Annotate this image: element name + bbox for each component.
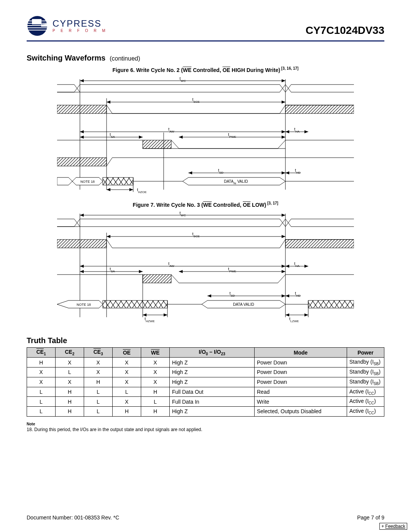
svg-rect-101 [308,300,354,308]
svg-marker-58 [107,188,110,191]
svg-marker-52 [282,171,285,174]
figure7-caption: Figure 7. Write Cycle No. 3 (WE Controll… [27,201,384,208]
svg-marker-103 [207,294,211,297]
svg-text:DATA VALID: DATA VALID [233,302,254,307]
truth-table-header-row: CE1 CE2 CE3 OE WE I/O0 – I/O23 Mode Powe… [27,348,384,358]
svg-rect-46 [103,177,133,185]
svg-rect-5 [28,30,47,30]
svg-rect-71 [57,240,107,248]
section-switching-waveforms: Switching Waveforms (continued) [27,54,384,62]
svg-text:tHA: tHA [294,127,300,133]
svg-marker-36 [139,136,143,139]
feedback-button[interactable]: + Feedback [379,523,407,530]
section-truth-table: Truth Table [27,336,384,345]
svg-marker-26 [282,130,285,133]
svg-marker-51 [188,171,192,174]
svg-marker-83 [304,265,308,268]
svg-marker-22 [282,101,285,104]
note-heading: Note [27,422,384,426]
globe-icon [27,15,50,37]
svg-marker-92 [179,270,183,273]
svg-marker-110 [143,313,147,316]
svg-text:NOTE 18: NOTE 18 [76,303,91,307]
svg-text:tAW: tAW [168,127,174,133]
svg-text:tLZWE: tLZWE [289,316,299,323]
figure7-diagram: ADDRESS tWC CE tSCE tAW tHA [57,210,354,324]
svg-rect-43 [57,158,107,166]
svg-marker-14 [80,79,84,82]
svg-text:tHZOE: tHZOE [137,187,147,194]
svg-marker-35 [80,136,84,139]
svg-marker-104 [282,294,285,297]
table-row: LHLXLFull Data InWriteActive (ICC) [27,397,384,407]
svg-rect-97 [103,300,167,308]
feedback-label: Feedback [385,524,405,529]
svg-text:tAW: tAW [168,261,174,268]
svg-rect-33 [143,140,171,149]
svg-marker-29 [285,130,289,133]
svg-marker-111 [164,313,167,316]
svg-rect-18 [57,105,107,113]
truth-table: CE1 CE2 CE3 OE WE I/O0 – I/O23 Mode Powe… [27,347,384,417]
svg-text:tSCE: tSCE [192,97,200,104]
figure6-diagram: ADDRESS tWC CE [57,75,354,197]
table-row: LHLHHHigh ZSelected, Outputs DisabledAct… [27,407,384,417]
svg-marker-117 [304,313,308,316]
svg-marker-78 [80,265,84,268]
svg-marker-116 [285,313,289,316]
svg-text:tHZWE: tHZWE [145,316,155,323]
table-row: HXXXXHigh ZPower DownStandby (ISB) [27,358,384,367]
svg-marker-40 [282,136,285,139]
svg-text:tWC: tWC [180,76,186,83]
cypress-logo: CYPRESS P E R F O R M [27,15,108,37]
svg-text:tPWE: tPWE [228,132,236,139]
svg-marker-67 [80,214,84,217]
svg-text:tHD: tHD [295,291,301,297]
part-number: CY7C1024DV33 [306,24,384,37]
svg-rect-6 [32,19,41,24]
svg-marker-79 [282,265,285,268]
svg-rect-3 [27,27,48,28]
brand-tagline: P E R F O R M [53,29,108,33]
brand-word: CYPRESS [53,19,108,28]
svg-marker-59 [129,188,133,191]
page-number: Page 7 of 9 [357,514,384,521]
svg-marker-30 [304,130,308,133]
figure6-caption: Figure 6. Write Cycle No. 2 (WE Controll… [27,66,384,73]
svg-marker-15 [282,79,285,82]
svg-marker-68 [282,214,285,217]
svg-marker-39 [179,136,183,139]
svg-text:tWC: tWC [180,211,186,217]
svg-rect-86 [143,275,171,283]
page-footer: Document Number: 001-08353 Rev. *C Page … [27,514,384,521]
svg-marker-88 [80,270,84,273]
svg-marker-107 [285,294,289,297]
svg-marker-21 [107,101,110,104]
table-row: XXHXXHigh ZPower DownStandby (ISB) [27,377,384,387]
svg-marker-74 [107,235,110,238]
note-18: 18. During this period, the I/Os are in … [27,427,384,432]
svg-text:tHA: tHA [294,261,300,268]
svg-text:tPWE: tPWE [228,267,236,273]
svg-rect-72 [285,240,354,248]
svg-marker-55 [285,171,289,174]
svg-marker-93 [282,270,285,273]
header-rule [27,40,384,42]
svg-text:tSD: tSD [229,291,235,297]
svg-marker-75 [282,235,285,238]
svg-rect-19 [285,105,354,113]
svg-text:tSA: tSA [110,267,115,273]
table-row: XLXXXHigh ZPower DownStandby (ISB) [27,367,384,377]
svg-text:tSD: tSD [218,168,223,174]
svg-marker-25 [80,130,84,133]
svg-marker-82 [285,265,289,268]
doc-number: Document Number: 001-08353 Rev. *C [27,514,119,521]
svg-text:tHD: tHD [295,168,301,174]
svg-text:NOTE 18: NOTE 18 [80,180,95,184]
page-header: CYPRESS P E R F O R M CY7C1024DV33 [27,15,384,38]
svg-text:tSCE: tSCE [192,232,200,238]
svg-marker-89 [139,270,143,273]
table-row: LHLLHFull Data OutReadActive (ICC) [27,387,384,397]
plus-icon: + [381,524,384,529]
svg-text:tSA: tSA [110,132,115,139]
